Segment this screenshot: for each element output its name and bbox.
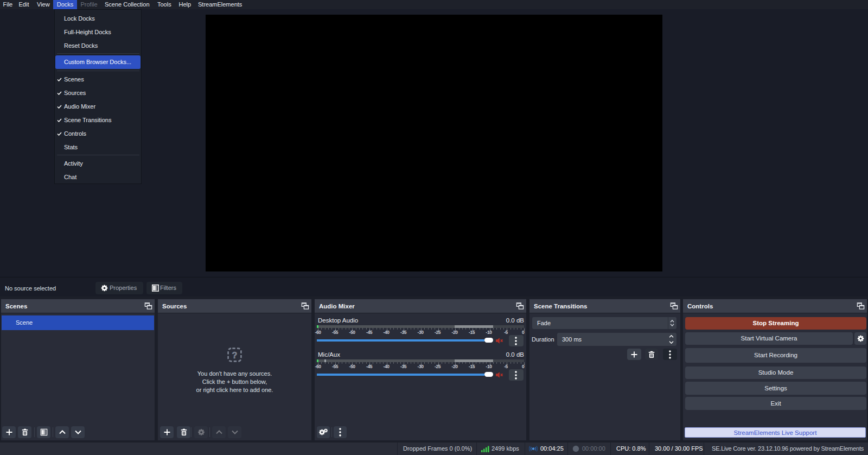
svg-text:?: ?: [232, 351, 238, 360]
